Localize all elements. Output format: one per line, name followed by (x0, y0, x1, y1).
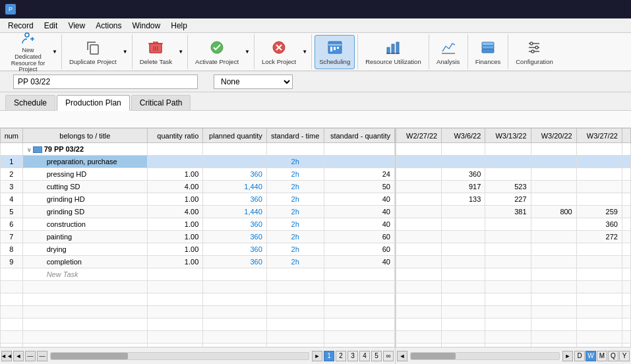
table-row (1, 306, 395, 318)
empty-cell (622, 306, 630, 318)
analysis-button[interactable]: Analysis (432, 35, 465, 69)
toolbar-arrow-5[interactable]: ▼ (301, 49, 309, 55)
cell-title: grinding SD (22, 206, 147, 218)
cell-week (576, 143, 622, 156)
maximize-button[interactable] (589, 0, 607, 18)
menu-window[interactable]: Window (127, 18, 166, 33)
table-row[interactable]: 5grinding SD4.001,4402h40 (1, 206, 395, 218)
duplicate-project-button[interactable]: Duplicate Project (65, 35, 121, 69)
table-row[interactable]: 917523 (396, 181, 631, 193)
col-num: num (1, 129, 23, 143)
cell-week (396, 256, 442, 268)
resource-utilization-button[interactable]: Resource Utilization (361, 35, 425, 69)
configuration-button[interactable]: Configuration (511, 35, 558, 69)
table-row[interactable]: 8drying1.003602h60 (1, 243, 395, 256)
tab-production-plan[interactable]: Production Plan (57, 95, 130, 111)
table-row[interactable]: 7painting1.003602h60 (1, 231, 395, 243)
scroll-line2-btn[interactable]: — (37, 351, 47, 361)
right-scroll-prev-btn[interactable]: ◄ (397, 351, 407, 361)
cell-week (442, 143, 485, 156)
toolbar-arrow-3[interactable]: ▼ (177, 49, 185, 55)
page-btn-1[interactable]: 1 (324, 351, 334, 361)
period-btn-w[interactable]: W (586, 351, 596, 361)
cell-std-qty: 40 (324, 206, 395, 218)
table-row[interactable]: 9completion1.003602h40 (1, 256, 395, 268)
cell-title: cutting SD (22, 181, 147, 193)
cell-week (531, 156, 576, 168)
table-row[interactable]: 381800259 (396, 206, 631, 218)
tab-schedule[interactable]: Schedule (5, 95, 55, 110)
delete-task-button[interactable]: Delete Task (135, 35, 177, 69)
period-btn-q[interactable]: Q (608, 351, 618, 361)
cell-planned-qty: 360 (203, 218, 267, 231)
left-scrollbar-track[interactable] (50, 352, 309, 360)
menu-edit[interactable]: Edit (39, 18, 63, 33)
table-row[interactable]: ∨79 PP 03/22 (1, 143, 395, 156)
cell-pad (622, 193, 630, 206)
toolbar-arrow-1[interactable]: ▼ (51, 49, 59, 55)
lock-project-button[interactable]: Lock Project (257, 35, 301, 69)
activate-project-button[interactable]: Activate Project (191, 35, 243, 69)
page-btn-2[interactable]: 2 (336, 351, 346, 361)
cell-week (531, 193, 576, 206)
table-row[interactable]: 6construction1.003602h40 (1, 218, 395, 231)
page-btn-5[interactable]: 5 (371, 351, 382, 361)
table-row[interactable]: 1preparation, purchase2h (1, 156, 395, 168)
empty-cell (531, 331, 576, 344)
right-scroll-next-btn[interactable]: ► (562, 351, 573, 361)
empty-cell (1, 293, 23, 306)
scroll-prev-btn[interactable]: ◄ (13, 351, 24, 361)
category-select[interactable]: None (214, 75, 293, 89)
table-row[interactable] (396, 243, 631, 256)
finances-button[interactable]: Finances (471, 35, 506, 69)
empty-cell (22, 331, 147, 344)
new-dedicated-resource-button[interactable]: New Dedicated Resource for Project (5, 35, 51, 69)
cell-week: 800 (531, 206, 576, 218)
period-btn-y[interactable]: Y (619, 351, 630, 361)
svg-rect-21 (387, 47, 390, 53)
menu-actions[interactable]: Actions (90, 18, 127, 33)
empty-cell (576, 344, 622, 348)
table-row[interactable]: 360 (396, 218, 631, 231)
empty-cell (22, 318, 147, 331)
empty-cell (22, 281, 147, 293)
scroll-line1-btn[interactable]: — (25, 351, 36, 361)
left-table: num belongs to / title quantity ratio pl… (0, 128, 396, 347)
menu-view[interactable]: View (63, 18, 90, 33)
tab-critical-path[interactable]: Critical Path (131, 95, 191, 110)
page-btn-4[interactable]: 4 (359, 351, 370, 361)
page-btn-3[interactable]: 3 (347, 351, 358, 361)
table-row[interactable]: 2pressing HD1.003602h24 (1, 168, 395, 181)
app-icon: P (5, 4, 16, 15)
page-buttons: 1 2 3 4 5 ∞ (324, 351, 394, 361)
menu-help[interactable]: Help (165, 18, 193, 33)
period-btn-m[interactable]: M (597, 351, 607, 361)
scroll-first-btn[interactable]: ◄◄ (1, 351, 12, 361)
table-row[interactable]: 133227 (396, 193, 631, 206)
table-row[interactable]: New Task (1, 268, 395, 281)
toolbar-arrow-4[interactable]: ▼ (243, 49, 251, 55)
title-input[interactable] (13, 75, 198, 89)
table-row[interactable]: 3cutting SD4.001,4402h50 (1, 181, 395, 193)
scroll-next-btn[interactable]: ► (312, 351, 322, 361)
table-row[interactable] (396, 156, 631, 168)
empty-cell (622, 344, 630, 348)
table-row[interactable]: 4grinding HD1.003602h40 (1, 193, 395, 206)
minimize-button[interactable] (570, 0, 589, 18)
period-btn-d[interactable]: D (574, 351, 585, 361)
table-row[interactable] (396, 268, 631, 281)
empty-cell (203, 331, 267, 344)
table-row[interactable] (396, 143, 631, 156)
cell-week (531, 143, 576, 156)
scheduling-button[interactable]: Scheduling (315, 35, 355, 69)
page-btn-inf[interactable]: ∞ (383, 351, 394, 361)
empty-cell (148, 318, 203, 331)
toolbar-arrow-2[interactable]: ▼ (121, 49, 129, 55)
cell-pad (622, 231, 630, 243)
col-std-time: standard - time (266, 129, 324, 143)
table-row[interactable] (396, 256, 631, 268)
table-row[interactable]: 272 (396, 231, 631, 243)
table-row[interactable]: 360 (396, 168, 631, 181)
right-scrollbar-track[interactable] (410, 352, 560, 360)
close-button[interactable] (607, 0, 626, 18)
